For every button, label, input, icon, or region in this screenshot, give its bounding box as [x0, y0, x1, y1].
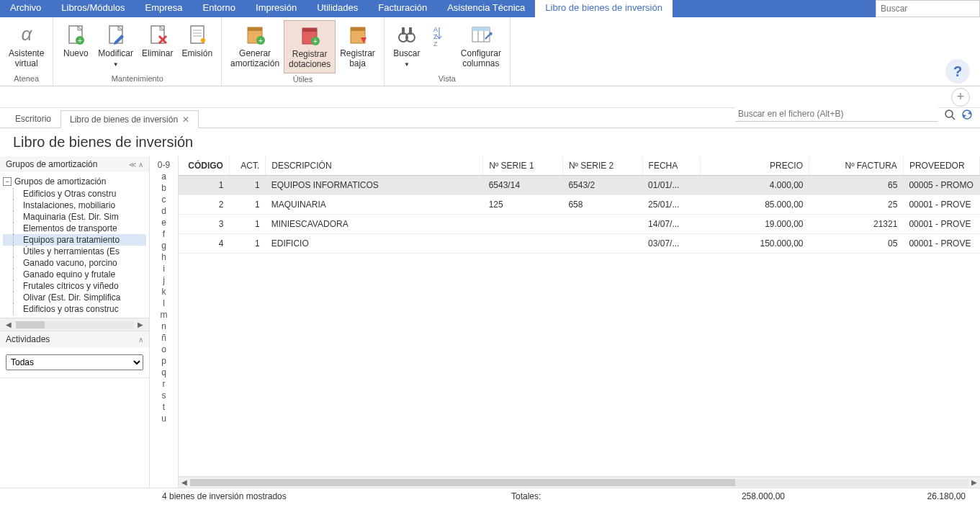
col-header[interactable]: Nº FACTURA — [809, 156, 904, 176]
help-icon[interactable]: ? — [945, 59, 970, 84]
ribbon-btn-registrarbaja[interactable]: Registrarbaja — [336, 20, 379, 73]
svg-rect-12 — [248, 27, 262, 31]
alpha-f[interactable]: f — [150, 228, 178, 240]
menu-impresin[interactable]: Impresión — [246, 0, 307, 17]
ribbon-btn-buscar[interactable]: Buscar▼ — [389, 20, 425, 73]
ribbon-btn-configurarcolumnas[interactable]: Configurarcolumnas — [457, 20, 505, 73]
alpha-r[interactable]: r — [150, 378, 178, 390]
ribbon-btn-sort[interactable]: AZZ — [425, 20, 457, 73]
ribbon-btn-label: Asistentevirtual — [9, 48, 44, 69]
alpha-a[interactable]: a — [150, 171, 178, 182]
activities-panel-header[interactable]: Actividades ∧ — [0, 331, 149, 347]
alpha-s[interactable]: s — [150, 390, 178, 401]
alpha-u[interactable]: u — [150, 413, 178, 424]
tree-item[interactable]: Edificios y Otras constru — [3, 188, 146, 200]
refresh-icon[interactable] — [961, 109, 973, 120]
alpha-ñ[interactable]: ñ — [150, 332, 178, 344]
col-header[interactable]: CÓDIGO — [179, 156, 229, 176]
ribbon-btn-label: Generaramortización — [230, 48, 279, 69]
tree-item[interactable]: Elementos de transporte — [3, 223, 146, 234]
col-header[interactable]: Nº SERIE 1 — [483, 156, 563, 176]
alpha-n[interactable]: n — [150, 321, 178, 332]
ribbon-btn-asistentevirtual[interactable]: αAsistentevirtual — [4, 20, 48, 73]
alpha-j[interactable]: j — [150, 274, 178, 286]
ribbon-btn-registrardotaciones[interactable]: +Registrardotaciones — [284, 20, 336, 73]
table-row[interactable]: 41EDIFICIO03/07/...150.000,000500001 - P… — [179, 234, 980, 254]
alpha-k[interactable]: k — [150, 286, 178, 298]
table-row[interactable]: 11EQUIPOS INFORMATICOS6543/146543/201/01… — [179, 176, 980, 195]
tree-item[interactable]: Maquinaria (Est. Dir. Sim — [3, 211, 146, 223]
alpha-h[interactable]: h — [150, 251, 178, 263]
ribbon-btn-modificar[interactable]: Modificar▼ — [94, 20, 138, 73]
tree-item[interactable]: Útiles y herramientas (Es — [3, 246, 146, 257]
tab-escritorio[interactable]: Escritorio — [6, 109, 60, 128]
global-search-input[interactable] — [876, 0, 980, 17]
alpha-e[interactable]: e — [150, 217, 178, 228]
menu-utilidades[interactable]: Utilidades — [307, 0, 368, 17]
tree-item[interactable]: Edificios y otras construc — [3, 303, 146, 315]
alpha-q[interactable]: q — [150, 367, 178, 378]
col-header[interactable]: FECHA — [642, 156, 701, 176]
ribbon-btn-generaramortizacin[interactable]: +Generaramortización — [226, 20, 284, 73]
alpha-i[interactable]: i — [150, 263, 178, 274]
alpha-l[interactable]: l — [150, 298, 178, 309]
menu-asistenciatcnica[interactable]: Asistencia Técnica — [437, 0, 535, 17]
menu-librodebienesdeinversin[interactable]: Libro de bienes de inversión — [535, 0, 673, 17]
scroll-thumb[interactable] — [190, 479, 735, 486]
scroll-thumb[interactable] — [16, 321, 45, 328]
panel-collapse-icon[interactable]: ≪ ∧ — [129, 161, 143, 169]
alpha-o[interactable]: o — [150, 344, 178, 355]
scroll-track[interactable] — [190, 479, 968, 486]
tree-item[interactable]: Equipos para tratamiento — [3, 234, 146, 246]
alpha-0-9[interactable]: 0-9 — [150, 159, 178, 171]
ribbon-btn-eliminar[interactable]: Eliminar — [138, 20, 177, 73]
scroll-right-icon[interactable]: ▶ — [968, 478, 980, 486]
menu-librosmdulos[interactable]: Libros/Módulos — [51, 0, 135, 17]
menu-entorno[interactable]: Entorno — [193, 0, 246, 17]
tree-root[interactable]: − Grupos de amortización — [3, 175, 146, 188]
tree-item[interactable]: Instalaciones, mobiliario — [3, 200, 146, 211]
alpha-b[interactable]: b — [150, 182, 178, 194]
ribbon-btn-nuevo[interactable]: +Nuevo — [58, 20, 94, 73]
add-button[interactable]: + — [951, 88, 970, 107]
totals-label: Totales: — [511, 491, 583, 501]
col-header[interactable]: ACT. — [229, 156, 265, 176]
alpha-c[interactable]: c — [150, 194, 178, 205]
menu-empresa[interactable]: Empresa — [135, 0, 193, 17]
tab-librodebienesdeinversin[interactable]: Libro de bienes de inversión✕ — [60, 110, 199, 128]
groups-panel-header[interactable]: Grupos de amortización ≪ ∧ — [0, 156, 149, 172]
menu-archivo[interactable]: Archivo — [0, 0, 51, 17]
scroll-right-icon[interactable]: ▶ — [135, 321, 146, 328]
panel-collapse-icon[interactable]: ∧ — [138, 336, 143, 344]
tree-toggle-icon[interactable]: − — [3, 177, 12, 186]
activities-panel-title: Actividades — [6, 334, 50, 344]
tree-item[interactable]: Ganado equino y frutale — [3, 269, 146, 280]
scroll-left-icon[interactable]: ◀ — [3, 321, 14, 328]
tree-hscroll[interactable]: ◀ ▶ — [0, 318, 149, 331]
tree-item[interactable]: Olivar (Est. Dir. Simplifica — [3, 292, 146, 303]
col-header[interactable]: PRECIO — [701, 156, 809, 176]
table-row[interactable]: 21MAQUINARIA12565825/01/...85.000,002500… — [179, 195, 980, 215]
tree-item[interactable]: Frutales cítricos y viñedo — [3, 280, 146, 292]
table-cell: 1 — [179, 176, 229, 195]
activity-select[interactable]: Todas — [6, 354, 143, 370]
alpha-m[interactable]: m — [150, 309, 178, 321]
table-row[interactable]: 31MINIESCAVADORA14/07/...19.000,00213210… — [179, 215, 980, 234]
alpha-p[interactable]: p — [150, 355, 178, 367]
col-header[interactable]: Nº SERIE 2 — [562, 156, 642, 176]
menu-facturacin[interactable]: Facturación — [368, 0, 437, 17]
table-search-input[interactable] — [735, 107, 938, 122]
ribbon-btn-emisin[interactable]: Emisión — [177, 20, 217, 73]
scroll-track[interactable] — [16, 321, 133, 328]
col-header[interactable]: PROVEEDOR — [903, 156, 979, 176]
table-hscroll[interactable]: ◀ ▶ — [179, 476, 980, 488]
svg-text:+: + — [313, 37, 318, 45]
scroll-left-icon[interactable]: ◀ — [179, 478, 190, 486]
alpha-g[interactable]: g — [150, 240, 178, 251]
col-header[interactable]: DESCRIPCIÓN — [266, 156, 483, 176]
alpha-d[interactable]: d — [150, 205, 178, 217]
search-icon[interactable] — [944, 109, 956, 120]
tree-item[interactable]: Ganado vacuno, porcino — [3, 257, 146, 269]
alpha-t[interactable]: t — [150, 401, 178, 413]
tab-close-icon[interactable]: ✕ — [182, 115, 189, 125]
